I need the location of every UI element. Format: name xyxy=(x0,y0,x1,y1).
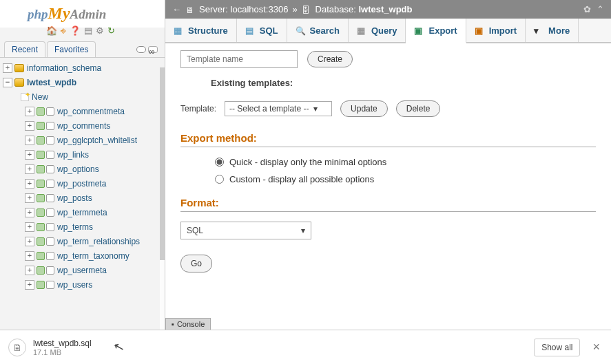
expand-icon[interactable] xyxy=(3,63,12,73)
expand-icon[interactable] xyxy=(25,179,34,189)
tab-search[interactable]: Search xyxy=(287,19,349,42)
logo[interactable]: phpMyAdmin xyxy=(0,0,165,24)
tree-table[interactable]: wp_comments xyxy=(0,118,165,133)
server-value[interactable]: localhost:3306 xyxy=(231,4,289,14)
expand-icon[interactable] xyxy=(25,164,34,174)
console-tab[interactable]: ▪ Console xyxy=(165,318,211,330)
radio-custom-row[interactable]: Custom - display all possible options xyxy=(215,174,596,184)
table-icon xyxy=(37,194,54,202)
db-tree[interactable]: information_schema lwtest_wpdb New wp_co… xyxy=(0,58,165,330)
table-label: wp_usermeta xyxy=(57,266,107,275)
import-icon xyxy=(475,25,485,36)
tree-table[interactable]: wp_commentmeta xyxy=(0,104,165,118)
tab-favorites[interactable]: Favorites xyxy=(47,41,96,57)
table-label: wp_users xyxy=(57,280,92,290)
table-icon xyxy=(37,165,54,173)
table-label: wp_comments xyxy=(57,121,110,131)
update-button[interactable]: Update xyxy=(340,100,388,117)
db-label: lwtest_wpdb xyxy=(27,78,76,87)
format-select[interactable]: SQL ▾ xyxy=(180,222,311,239)
collapse-all-icon[interactable] xyxy=(136,46,146,53)
tree-table[interactable]: wp_users xyxy=(0,277,165,292)
table-label: wp_term_taxonomy xyxy=(57,251,130,261)
tab-export[interactable]: Export xyxy=(406,19,466,43)
expand-icon[interactable] xyxy=(25,136,34,145)
breadcrumb-sep: » xyxy=(292,4,297,14)
expand-icon[interactable] xyxy=(25,193,34,203)
expand-icon[interactable] xyxy=(25,150,34,160)
tree-table[interactable]: wp_term_taxonomy xyxy=(0,248,165,263)
database-icon xyxy=(302,5,311,14)
tree-db-information-schema[interactable]: information_schema xyxy=(0,61,165,75)
tree-new[interactable]: New xyxy=(0,89,165,104)
docs-icon[interactable]: ❓ xyxy=(70,25,84,36)
home-icon[interactable]: 🏠 xyxy=(46,25,61,36)
tab-query[interactable]: Query xyxy=(349,19,406,42)
tree-table[interactable]: wp_usermeta xyxy=(0,263,165,277)
logo-part-1: php xyxy=(28,7,48,21)
table-label: wp_commentmeta xyxy=(57,107,125,116)
exit-icon[interactable]: ⎆ xyxy=(61,25,70,36)
radio-custom[interactable] xyxy=(215,175,224,184)
reload-icon[interactable]: ↻ xyxy=(107,25,118,36)
chevron-down-icon xyxy=(534,25,544,36)
db-label: information_schema xyxy=(27,63,101,73)
expand-icon[interactable] xyxy=(25,280,34,290)
download-menu-icon[interactable]: ⌃ xyxy=(112,343,119,352)
show-all-button[interactable]: Show all xyxy=(534,339,580,356)
collapse-icon[interactable] xyxy=(3,78,12,87)
tree-table[interactable]: wp_gglcptch_whitelist xyxy=(0,133,165,147)
header-icon-row: 🏠⎆❓▤⚙↻ xyxy=(0,24,165,39)
console-icon: ▪ xyxy=(172,320,174,328)
settings-icon[interactable]: ⚙ xyxy=(96,25,107,36)
tree-table[interactable]: wp_links xyxy=(0,147,165,162)
tree-table[interactable]: wp_posts xyxy=(0,191,165,205)
create-button[interactable]: Create xyxy=(307,51,353,67)
go-button[interactable]: Go xyxy=(180,255,212,272)
radio-quick-row[interactable]: Quick - display only the minimal options xyxy=(215,157,596,167)
table-icon xyxy=(37,107,54,116)
existing-templates-label: Existing templates: xyxy=(211,78,596,88)
template-select[interactable]: -- Select a template -- ▾ xyxy=(225,101,332,116)
expand-icon[interactable] xyxy=(25,208,34,217)
expand-icon[interactable] xyxy=(25,222,34,232)
tab-import[interactable]: Import xyxy=(466,19,526,42)
radio-quick[interactable] xyxy=(215,158,224,167)
tree-table[interactable]: wp_terms xyxy=(0,220,165,234)
back-icon[interactable]: ← xyxy=(172,4,181,14)
expand-icon[interactable] xyxy=(25,266,34,275)
table-label: wp_terms xyxy=(57,222,93,232)
close-icon[interactable]: × xyxy=(590,340,603,354)
tab-structure[interactable]: Structure xyxy=(165,19,237,42)
tree-scrollbar[interactable] xyxy=(160,67,165,330)
tab-sql[interactable]: SQL xyxy=(237,19,287,42)
tab-recent[interactable]: Recent xyxy=(4,41,45,57)
new-label: New xyxy=(32,92,48,102)
expand-icon[interactable] xyxy=(25,251,34,261)
download-filename: lwtest_wpdb.sql xyxy=(33,339,92,348)
table-icon xyxy=(37,223,54,231)
database-icon xyxy=(14,64,24,72)
table-label: wp_termmeta xyxy=(57,208,107,217)
db-value[interactable]: lwtest_wpdb xyxy=(359,4,413,14)
delete-button[interactable]: Delete xyxy=(396,100,441,117)
expand-icon[interactable] xyxy=(25,107,34,116)
tree-table[interactable]: wp_term_relationships xyxy=(0,234,165,248)
expand-icon[interactable] xyxy=(25,121,34,131)
export-icon xyxy=(414,25,424,36)
download-item[interactable]: 🗎 lwtest_wpdb.sql 17.1 MB ⌃ xyxy=(8,339,119,356)
tree-table[interactable]: wp_postmeta xyxy=(0,176,165,191)
expand-icon[interactable] xyxy=(25,237,34,246)
collapse-panel-icon[interactable]: ⌃ xyxy=(597,4,604,14)
tab-more[interactable]: More xyxy=(526,19,579,42)
chevron-down-icon: ▾ xyxy=(301,226,305,235)
gear-icon[interactable]: ✿ xyxy=(583,4,591,14)
tree-table[interactable]: wp_termmeta xyxy=(0,205,165,220)
link-icon[interactable]: ∞ xyxy=(148,46,158,53)
tree-db-lwtest-wpdb[interactable]: lwtest_wpdb xyxy=(0,75,165,89)
sql-icon[interactable]: ▤ xyxy=(84,25,96,36)
template-name-input[interactable] xyxy=(180,50,298,68)
table-icon xyxy=(37,180,54,188)
tree-table[interactable]: wp_options xyxy=(0,162,165,176)
content-area: Create Existing templates: Template: -- … xyxy=(165,43,611,330)
